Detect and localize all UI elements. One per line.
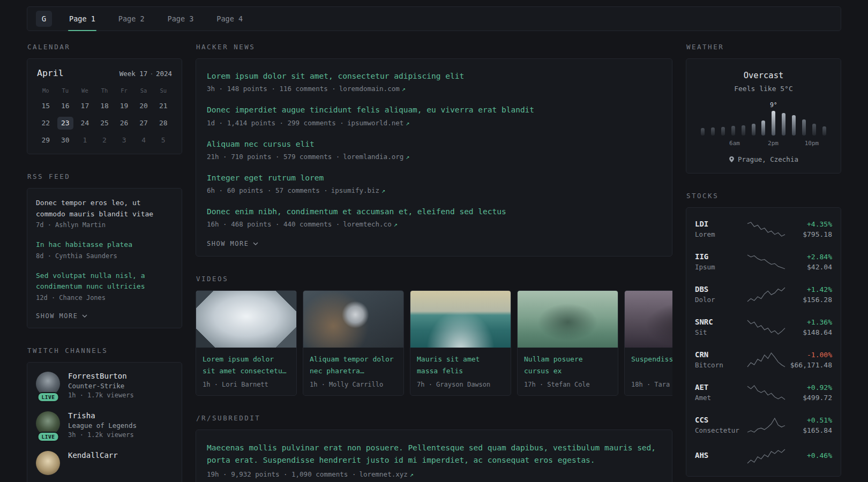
- hn-item-domain[interactable]: loremlandia.org↗: [343, 153, 409, 161]
- calendar-day-selected[interactable]: 23: [57, 117, 73, 130]
- subreddit-post-domain[interactable]: loremnet.xyz↗: [359, 470, 414, 478]
- weather-bar: [761, 120, 765, 135]
- stock-name: Ipsum: [695, 263, 746, 271]
- video-card-body: Suspendisse diam 18h · Tara: [625, 348, 672, 395]
- calendar-month: April: [37, 68, 64, 78]
- calendar-day[interactable]: 2: [96, 134, 113, 147]
- hn-item-meta: 6h · 60 points · 57 comments ·ipsumify.b…: [207, 186, 661, 194]
- stock-row[interactable]: CRN Bitcorn -1.00% $66,171.48: [695, 343, 832, 376]
- hackernews-show-more-button[interactable]: SHOW MORE: [207, 240, 258, 247]
- calendar-day[interactable]: 16: [57, 100, 73, 112]
- stock-name: Consectetur: [695, 426, 746, 434]
- video-card[interactable]: Lorem ipsum dolor sit amet consectetu… 1…: [196, 290, 297, 396]
- calendar-day[interactable]: 17: [77, 100, 93, 112]
- rss-item: In hac habitasse platea 8d · Cynthia Sau…: [36, 239, 173, 260]
- external-link-icon: ↗: [406, 153, 409, 161]
- calendar-day[interactable]: 29: [38, 134, 54, 147]
- weather-bar: [711, 127, 715, 135]
- stock-row[interactable]: LDI Lorem +4.35% $795.18: [695, 213, 832, 245]
- video-card[interactable]: Nullam posuere cursus ex 17h · Stefan Co…: [517, 290, 618, 396]
- subreddit-section: /R/SUBREDDIT Maecenas mollis pulvinar er…: [196, 414, 672, 482]
- channel-avatar-wrap: [36, 451, 61, 475]
- subreddit-post-title[interactable]: Maecenas mollis pulvinar erat non posuer…: [207, 442, 661, 466]
- calendar-day[interactable]: 15: [38, 100, 54, 112]
- hn-item-domain[interactable]: ipsumworld.net↗: [347, 119, 410, 127]
- rss-item-title[interactable]: In hac habitasse platea: [36, 239, 173, 251]
- video-card[interactable]: Suspendisse diam 18h · Tara: [624, 290, 672, 396]
- calendar-day[interactable]: 4: [136, 134, 152, 147]
- twitch-channel[interactable]: LIVE ForrestBurton Counter-Strike 1h · 1…: [36, 372, 173, 399]
- video-title: Suspendisse diam: [631, 353, 672, 376]
- channel-info: KendallCarr: [68, 451, 118, 475]
- channel-avatar-wrap: LIVE: [36, 372, 61, 399]
- calendar-day[interactable]: 26: [116, 117, 132, 130]
- twitch-card: LIVE ForrestBurton Counter-Strike 1h · 1…: [27, 362, 182, 482]
- hn-item-title[interactable]: Donec enim nibh, condimentum et accumsan…: [207, 206, 661, 217]
- rss-show-more-button[interactable]: SHOW MORE: [36, 312, 87, 320]
- calendar-day[interactable]: 3: [116, 134, 132, 147]
- calendar-day[interactable]: 18: [96, 100, 113, 112]
- stock-row[interactable]: SNRC Sit +1.36% $148.64: [695, 311, 832, 343]
- middle-column: HACKER NEWS Lorem ipsum dolor sit amet, …: [196, 43, 672, 482]
- stock-row[interactable]: IIG Ipsum +2.84% $42.04: [695, 245, 832, 278]
- twitch-channel[interactable]: KendallCarr: [36, 451, 173, 475]
- app-logo[interactable]: G: [36, 11, 52, 27]
- video-card[interactable]: Mauris sit amet massa felis 7h · Grayson…: [410, 290, 511, 396]
- hn-item-title[interactable]: Integer eget rutrum lorem: [207, 172, 661, 183]
- calendar-day[interactable]: 27: [136, 117, 152, 130]
- calendar-day[interactable]: 21: [155, 100, 171, 112]
- stock-sparkline: [746, 319, 788, 335]
- tab-page-1[interactable]: Page 1: [68, 7, 96, 31]
- twitch-section: TWITCH CHANNELS LIVE ForrestBurton Count…: [27, 347, 182, 482]
- left-column: CALENDAR April Week 17·2024 MoTuWeThFrSa…: [27, 43, 182, 482]
- stock-price: $499.72: [788, 394, 832, 402]
- hn-item-title[interactable]: Donec imperdiet augue tincidunt felis al…: [207, 104, 661, 115]
- hn-item-stats: 1d · 1,414 points · 299 comments ·: [207, 119, 344, 127]
- hn-item-domain[interactable]: loremtech.co↗: [343, 220, 398, 228]
- live-badge: LIVE: [38, 392, 59, 402]
- twitch-channel[interactable]: LIVE Trisha League of Legends 3h · 1.2k …: [36, 411, 173, 439]
- calendar-day-header: Su: [153, 86, 173, 95]
- tab-page-3[interactable]: Page 3: [167, 7, 195, 31]
- video-card-body: Lorem ipsum dolor sit amet consectetu… 1…: [196, 348, 296, 395]
- hn-item-title[interactable]: Lorem ipsum dolor sit amet, consectetur …: [207, 71, 661, 81]
- calendar-day[interactable]: 5: [155, 134, 171, 147]
- calendar-day[interactable]: 25: [96, 117, 113, 130]
- video-thumbnail: [196, 291, 296, 348]
- hn-item-domain[interactable]: loremdomain.com↗: [339, 85, 406, 93]
- weather-time-label: 10pm: [805, 140, 819, 147]
- stock-ticker: CCS: [695, 416, 746, 424]
- section-title-hackernews: HACKER NEWS: [196, 43, 672, 51]
- calendar-day[interactable]: 1: [77, 134, 93, 147]
- calendar-day-header: Fr: [114, 86, 134, 95]
- rss-item-meta: 8d · Cynthia Saunders: [36, 252, 173, 260]
- hn-item-title[interactable]: Aliquam nec cursus elit: [207, 139, 661, 149]
- calendar-day[interactable]: 22: [38, 117, 54, 130]
- stocks-card: LDI Lorem +4.35% $795.18 IIG Ipsum: [686, 207, 841, 477]
- rss-item-title[interactable]: Sed volutpat nulla nisl, a condimentum n…: [36, 270, 173, 292]
- hn-item-domain[interactable]: ipsumify.biz↗: [331, 186, 386, 194]
- hn-item-meta: 16h · 468 points · 440 comments ·loremte…: [207, 220, 661, 228]
- tab-page-2[interactable]: Page 2: [117, 7, 146, 31]
- stock-ticker: CRN: [695, 350, 746, 359]
- stock-ticker: AET: [695, 383, 746, 391]
- channel-meta: 1h · 1.7k viewers: [68, 391, 134, 399]
- video-title: Mauris sit amet massa felis: [417, 353, 504, 376]
- calendar-day[interactable]: 28: [155, 117, 171, 130]
- stock-row[interactable]: DBS Dolor +1.42% $156.28: [695, 278, 832, 311]
- stock-row[interactable]: AHS +0.46%: [695, 441, 832, 471]
- calendar-day[interactable]: 24: [77, 117, 93, 130]
- calendar-day[interactable]: 30: [57, 134, 73, 147]
- stock-info: DBS Dolor: [695, 285, 746, 304]
- calendar-day[interactable]: 20: [136, 100, 152, 112]
- stock-row[interactable]: AET Amet +0.92% $499.72: [695, 376, 832, 409]
- stock-values: +0.51% $165.84: [788, 416, 832, 434]
- videos-section: VIDEOS Lorem ipsum dolor sit amet consec…: [196, 275, 672, 396]
- calendar-day[interactable]: 19: [116, 100, 132, 112]
- rss-item-title[interactable]: Donec tempor eros leo, ut commodo mauris…: [36, 198, 173, 220]
- rss-section: RSS FEED Donec tempor eros leo, ut commo…: [27, 172, 182, 328]
- stock-change: +0.46%: [788, 451, 832, 460]
- stock-row[interactable]: CCS Consectetur +0.51% $165.84: [695, 409, 832, 441]
- video-card[interactable]: Aliquam tempor dolor nec pharetra… 1h · …: [303, 290, 404, 396]
- tab-page-4[interactable]: Page 4: [215, 7, 244, 31]
